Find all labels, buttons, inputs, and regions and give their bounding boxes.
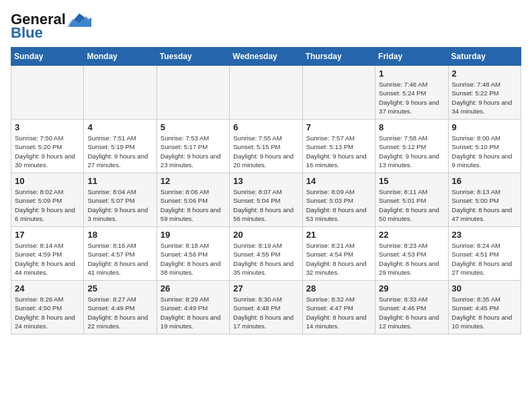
calendar-cell: 19Sunrise: 8:18 AM Sunset: 4:56 PM Dayli… xyxy=(157,227,229,281)
day-number: 25 xyxy=(87,283,152,293)
page-header: General Blue xyxy=(11,11,521,42)
calendar-cell: 9Sunrise: 8:00 AM Sunset: 5:10 PM Daylig… xyxy=(448,120,521,173)
calendar-cell xyxy=(157,66,229,120)
day-info: Sunrise: 8:29 AM Sunset: 4:49 PM Dayligh… xyxy=(161,295,226,330)
day-number: 8 xyxy=(379,122,444,132)
calendar-cell: 11Sunrise: 8:04 AM Sunset: 5:07 PM Dayli… xyxy=(84,173,157,227)
calendar-cell: 30Sunrise: 8:35 AM Sunset: 4:45 PM Dayli… xyxy=(448,281,521,334)
day-number: 5 xyxy=(161,122,226,132)
calendar-cell: 29Sunrise: 8:33 AM Sunset: 4:46 PM Dayli… xyxy=(375,281,448,334)
logo-icon xyxy=(67,12,91,27)
calendar-cell: 20Sunrise: 8:19 AM Sunset: 4:55 PM Dayli… xyxy=(230,227,302,281)
calendar-cell: 17Sunrise: 8:14 AM Sunset: 4:59 PM Dayli… xyxy=(11,227,84,281)
calendar-cell: 25Sunrise: 8:27 AM Sunset: 4:49 PM Dayli… xyxy=(84,281,157,334)
calendar-cell: 23Sunrise: 8:24 AM Sunset: 4:51 PM Dayli… xyxy=(448,227,521,281)
day-info: Sunrise: 8:04 AM Sunset: 5:07 PM Dayligh… xyxy=(87,187,152,223)
calendar-cell: 4Sunrise: 7:51 AM Sunset: 5:19 PM Daylig… xyxy=(84,120,157,173)
day-info: Sunrise: 8:02 AM Sunset: 5:09 PM Dayligh… xyxy=(15,187,80,223)
calendar-header-sunday: Sunday xyxy=(11,48,84,66)
day-number: 19 xyxy=(161,230,226,240)
day-info: Sunrise: 8:18 AM Sunset: 4:56 PM Dayligh… xyxy=(161,241,226,277)
calendar-cell xyxy=(230,66,302,120)
calendar-header-monday: Monday xyxy=(84,48,157,66)
calendar-cell: 13Sunrise: 8:07 AM Sunset: 5:04 PM Dayli… xyxy=(230,173,302,227)
day-number: 17 xyxy=(15,230,80,240)
day-info: Sunrise: 8:23 AM Sunset: 4:53 PM Dayligh… xyxy=(379,241,444,277)
calendar-cell: 16Sunrise: 8:13 AM Sunset: 5:00 PM Dayli… xyxy=(448,173,521,227)
day-number: 15 xyxy=(379,176,444,186)
calendar-cell: 5Sunrise: 7:53 AM Sunset: 5:17 PM Daylig… xyxy=(157,120,229,173)
calendar-cell: 1Sunrise: 7:46 AM Sunset: 5:24 PM Daylig… xyxy=(375,66,448,120)
day-info: Sunrise: 8:27 AM Sunset: 4:49 PM Dayligh… xyxy=(87,295,152,330)
day-number: 29 xyxy=(379,283,444,293)
logo: General Blue xyxy=(11,11,91,42)
calendar-cell: 8Sunrise: 7:58 AM Sunset: 5:12 PM Daylig… xyxy=(375,120,448,173)
day-number: 7 xyxy=(306,122,371,132)
calendar-cell: 7Sunrise: 7:57 AM Sunset: 5:13 PM Daylig… xyxy=(302,120,375,173)
day-info: Sunrise: 7:50 AM Sunset: 5:20 PM Dayligh… xyxy=(15,134,80,169)
day-info: Sunrise: 8:30 AM Sunset: 4:48 PM Dayligh… xyxy=(233,295,298,330)
day-number: 26 xyxy=(161,283,226,293)
day-number: 6 xyxy=(233,122,298,132)
calendar-cell: 26Sunrise: 8:29 AM Sunset: 4:49 PM Dayli… xyxy=(157,281,229,334)
day-number: 28 xyxy=(306,283,371,293)
calendar-cell: 15Sunrise: 8:11 AM Sunset: 5:01 PM Dayli… xyxy=(375,173,448,227)
day-info: Sunrise: 8:14 AM Sunset: 4:59 PM Dayligh… xyxy=(15,241,80,277)
logo-blue-text: Blue xyxy=(11,24,43,42)
calendar-cell: 18Sunrise: 8:16 AM Sunset: 4:57 PM Dayli… xyxy=(84,227,157,281)
day-info: Sunrise: 8:11 AM Sunset: 5:01 PM Dayligh… xyxy=(379,187,444,223)
calendar-week-row: 1Sunrise: 7:46 AM Sunset: 5:24 PM Daylig… xyxy=(11,66,521,120)
calendar-cell: 3Sunrise: 7:50 AM Sunset: 5:20 PM Daylig… xyxy=(11,120,84,173)
day-number: 20 xyxy=(233,230,298,240)
day-number: 23 xyxy=(452,230,517,240)
day-info: Sunrise: 7:58 AM Sunset: 5:12 PM Dayligh… xyxy=(379,134,444,169)
day-info: Sunrise: 8:26 AM Sunset: 4:50 PM Dayligh… xyxy=(15,295,80,330)
day-number: 2 xyxy=(452,68,517,79)
day-number: 9 xyxy=(452,122,517,132)
calendar-week-row: 3Sunrise: 7:50 AM Sunset: 5:20 PM Daylig… xyxy=(11,120,521,173)
calendar-week-row: 10Sunrise: 8:02 AM Sunset: 5:09 PM Dayli… xyxy=(11,173,521,227)
day-number: 11 xyxy=(87,176,152,186)
calendar-header-saturday: Saturday xyxy=(448,48,521,66)
calendar-cell: 22Sunrise: 8:23 AM Sunset: 4:53 PM Dayli… xyxy=(375,227,448,281)
day-number: 4 xyxy=(87,122,152,132)
day-info: Sunrise: 8:07 AM Sunset: 5:04 PM Dayligh… xyxy=(233,187,298,223)
calendar-header-wednesday: Wednesday xyxy=(230,48,302,66)
day-info: Sunrise: 7:51 AM Sunset: 5:19 PM Dayligh… xyxy=(87,134,152,169)
calendar-cell: 10Sunrise: 8:02 AM Sunset: 5:09 PM Dayli… xyxy=(11,173,84,227)
day-number: 21 xyxy=(306,230,371,240)
calendar-cell: 27Sunrise: 8:30 AM Sunset: 4:48 PM Dayli… xyxy=(230,281,302,334)
calendar-cell: 2Sunrise: 7:48 AM Sunset: 5:22 PM Daylig… xyxy=(448,66,521,120)
calendar-cell xyxy=(84,66,157,120)
day-number: 30 xyxy=(452,283,517,293)
calendar-header-tuesday: Tuesday xyxy=(157,48,229,66)
day-number: 18 xyxy=(87,230,152,240)
day-info: Sunrise: 8:35 AM Sunset: 4:45 PM Dayligh… xyxy=(452,295,517,330)
day-number: 3 xyxy=(15,122,80,132)
calendar-week-row: 24Sunrise: 8:26 AM Sunset: 4:50 PM Dayli… xyxy=(11,281,521,334)
day-info: Sunrise: 8:33 AM Sunset: 4:46 PM Dayligh… xyxy=(379,295,444,330)
day-info: Sunrise: 8:24 AM Sunset: 4:51 PM Dayligh… xyxy=(452,241,517,277)
calendar-header-row: SundayMondayTuesdayWednesdayThursdayFrid… xyxy=(11,48,521,66)
day-info: Sunrise: 8:21 AM Sunset: 4:54 PM Dayligh… xyxy=(306,241,371,277)
day-number: 16 xyxy=(452,176,517,186)
day-info: Sunrise: 7:46 AM Sunset: 5:24 PM Dayligh… xyxy=(379,80,444,116)
day-number: 12 xyxy=(161,176,226,186)
day-info: Sunrise: 7:55 AM Sunset: 5:15 PM Dayligh… xyxy=(233,134,298,169)
day-info: Sunrise: 8:16 AM Sunset: 4:57 PM Dayligh… xyxy=(87,241,152,277)
calendar-cell: 6Sunrise: 7:55 AM Sunset: 5:15 PM Daylig… xyxy=(230,120,302,173)
day-info: Sunrise: 8:19 AM Sunset: 4:55 PM Dayligh… xyxy=(233,241,298,277)
day-number: 22 xyxy=(379,230,444,240)
calendar-cell: 12Sunrise: 8:06 AM Sunset: 5:06 PM Dayli… xyxy=(157,173,229,227)
day-number: 24 xyxy=(15,283,80,293)
calendar-header-friday: Friday xyxy=(375,48,448,66)
calendar-header-thursday: Thursday xyxy=(302,48,375,66)
calendar-week-row: 17Sunrise: 8:14 AM Sunset: 4:59 PM Dayli… xyxy=(11,227,521,281)
day-number: 27 xyxy=(233,283,298,293)
calendar-cell: 21Sunrise: 8:21 AM Sunset: 4:54 PM Dayli… xyxy=(302,227,375,281)
day-info: Sunrise: 7:53 AM Sunset: 5:17 PM Dayligh… xyxy=(161,134,226,169)
day-info: Sunrise: 8:06 AM Sunset: 5:06 PM Dayligh… xyxy=(161,187,226,223)
day-info: Sunrise: 8:13 AM Sunset: 5:00 PM Dayligh… xyxy=(452,187,517,223)
calendar-cell: 14Sunrise: 8:09 AM Sunset: 5:03 PM Dayli… xyxy=(302,173,375,227)
day-info: Sunrise: 8:09 AM Sunset: 5:03 PM Dayligh… xyxy=(306,187,371,223)
